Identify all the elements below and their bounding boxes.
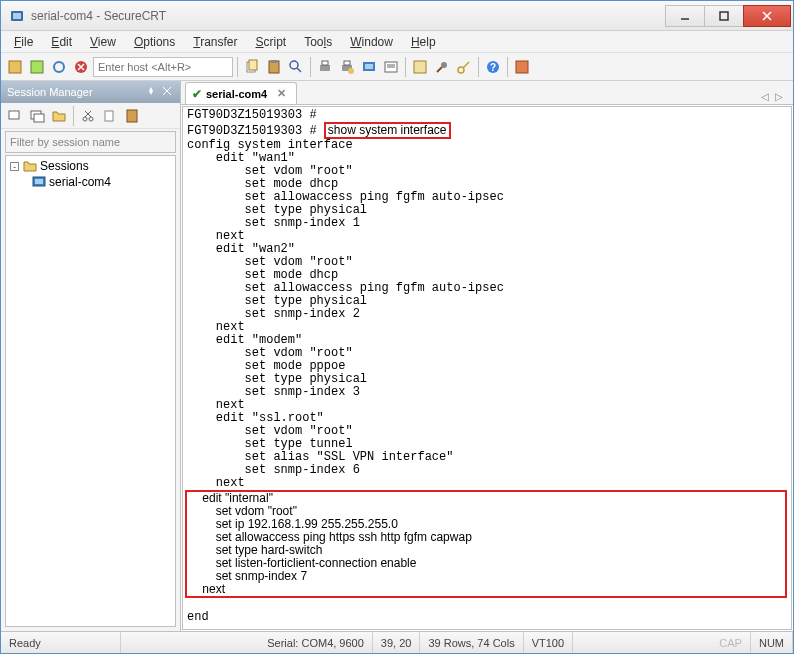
- options-icon[interactable]: [410, 57, 430, 77]
- settings-icon[interactable]: [432, 57, 452, 77]
- svg-rect-28: [414, 61, 426, 73]
- titlebar[interactable]: serial-com4 - SecureCRT: [1, 1, 793, 31]
- svg-rect-45: [105, 111, 113, 121]
- toolbar-separator: [478, 57, 479, 77]
- toolbar-separator: [507, 57, 508, 77]
- tab-next-icon[interactable]: ▷: [775, 91, 783, 102]
- svg-rect-18: [320, 65, 330, 71]
- tab-nav: ◁ ▷: [761, 91, 789, 104]
- window-title: serial-com4 - SecureCRT: [31, 9, 666, 23]
- session-tree[interactable]: - Sessions serial-com4: [5, 155, 176, 627]
- quick-connect-icon[interactable]: [27, 57, 47, 77]
- svg-point-22: [348, 68, 354, 74]
- maximize-button[interactable]: [704, 5, 744, 27]
- separator: [73, 106, 74, 126]
- toolbar-separator: [405, 57, 406, 77]
- status-ready: Ready: [1, 632, 121, 653]
- menu-file[interactable]: File: [5, 33, 42, 51]
- help-icon[interactable]: ?: [483, 57, 503, 77]
- svg-point-30: [441, 62, 447, 68]
- session-icon: [32, 175, 46, 189]
- minimize-button[interactable]: [665, 5, 705, 27]
- folder-icon: [23, 159, 37, 173]
- new-session-icon[interactable]: [5, 106, 25, 126]
- tree-root[interactable]: - Sessions: [8, 158, 173, 174]
- content-area: ✔ serial-com4 ✕ ◁ ▷ FGT90D3Z15019303 # F…: [181, 81, 793, 631]
- menu-edit[interactable]: Edit: [42, 33, 81, 51]
- refresh-icon[interactable]: [512, 57, 532, 77]
- svg-rect-21: [344, 61, 350, 65]
- toolbar: ?: [1, 53, 793, 81]
- key-icon[interactable]: [454, 57, 474, 77]
- svg-rect-48: [35, 179, 43, 184]
- session-manager-title: Session Manager: [7, 86, 93, 98]
- svg-point-42: [89, 117, 93, 121]
- copy-session-icon[interactable]: [100, 106, 120, 126]
- cut-icon[interactable]: [78, 106, 98, 126]
- svg-rect-40: [34, 114, 44, 122]
- menu-help[interactable]: Help: [402, 33, 445, 51]
- svg-rect-38: [9, 111, 19, 119]
- new-tab-icon[interactable]: [27, 106, 47, 126]
- status-serial: Serial: COM4, 9600: [259, 632, 373, 653]
- menu-options[interactable]: Options: [125, 33, 184, 51]
- window-buttons: [666, 5, 791, 27]
- menu-window[interactable]: Window: [341, 33, 402, 51]
- status-dims: 39 Rows, 74 Cols: [420, 632, 523, 653]
- menu-view[interactable]: View: [81, 33, 125, 51]
- tree-item-label: serial-com4: [49, 175, 111, 189]
- session-filter[interactable]: Filter by session name: [5, 131, 176, 153]
- host-input[interactable]: [93, 57, 233, 77]
- tree-root-label: Sessions: [40, 159, 89, 173]
- tree-item-serial-com4[interactable]: serial-com4: [30, 174, 173, 190]
- panel-close-icon[interactable]: [162, 86, 174, 98]
- close-button[interactable]: [743, 5, 791, 27]
- tabbar: ✔ serial-com4 ✕ ◁ ▷: [181, 81, 793, 105]
- print-screen-icon[interactable]: [359, 57, 379, 77]
- menu-script[interactable]: Script: [247, 33, 296, 51]
- svg-point-8: [54, 62, 64, 72]
- svg-rect-1: [13, 13, 21, 19]
- tab-prev-icon[interactable]: ◁: [761, 91, 769, 102]
- disconnect-icon[interactable]: [71, 57, 91, 77]
- paste-icon[interactable]: [264, 57, 284, 77]
- status-pos: 39, 20: [373, 632, 421, 653]
- find-icon[interactable]: [286, 57, 306, 77]
- print-icon[interactable]: [315, 57, 335, 77]
- status-cap: CAP: [711, 632, 751, 653]
- session-manager-panel: Session Manager Filter by session name -: [1, 81, 181, 631]
- connect-icon[interactable]: [5, 57, 25, 77]
- tab-close-icon[interactable]: ✕: [277, 87, 286, 100]
- connected-icon: ✔: [192, 87, 202, 101]
- main-area: Session Manager Filter by session name -: [1, 81, 793, 631]
- terminal[interactable]: FGT90D3Z15019303 # FGT90D3Z15019303 # sh…: [182, 106, 792, 630]
- svg-line-17: [297, 68, 301, 72]
- print-setup-icon[interactable]: [337, 57, 357, 77]
- svg-line-29: [437, 67, 442, 72]
- toolbar-separator: [237, 57, 238, 77]
- tab-serial-com4[interactable]: ✔ serial-com4 ✕: [185, 82, 297, 104]
- svg-rect-6: [9, 61, 21, 73]
- folder-icon[interactable]: [49, 106, 69, 126]
- paste-session-icon[interactable]: [122, 106, 142, 126]
- status-emulation: VT100: [524, 632, 573, 653]
- svg-line-32: [463, 62, 469, 68]
- collapse-icon[interactable]: -: [10, 162, 19, 171]
- menubar: File Edit View Options Transfer Script T…: [1, 31, 793, 53]
- svg-rect-3: [720, 12, 728, 20]
- pin-icon[interactable]: [146, 86, 158, 98]
- svg-rect-7: [31, 61, 43, 73]
- svg-rect-24: [365, 64, 373, 69]
- print-selection-icon[interactable]: [381, 57, 401, 77]
- svg-point-16: [290, 61, 298, 69]
- svg-point-41: [83, 117, 87, 121]
- copy-icon[interactable]: [242, 57, 262, 77]
- menu-transfer[interactable]: Transfer: [184, 33, 246, 51]
- status-num: NUM: [751, 632, 793, 653]
- svg-rect-35: [516, 61, 528, 73]
- session-toolbar: [1, 103, 180, 129]
- menu-tools[interactable]: Tools: [295, 33, 341, 51]
- svg-text:?: ?: [490, 62, 496, 73]
- reconnect-icon[interactable]: [49, 57, 69, 77]
- svg-rect-19: [322, 61, 328, 65]
